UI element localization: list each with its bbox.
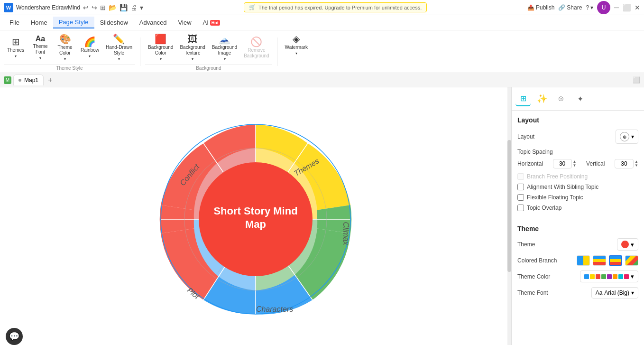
- share-label: Share: [567, 4, 582, 11]
- rainbow-label: Rainbow: [81, 47, 99, 53]
- new-tab-icon[interactable]: ⊞: [100, 4, 106, 11]
- spacing-field-row: Horizontal ▲ ▼ Vertical ▲ ▼: [517, 159, 638, 168]
- bg-image-button[interactable]: 🗻 BackgroundImage ▾: [209, 32, 240, 63]
- theme-circle: [621, 241, 629, 248]
- menu-advanced[interactable]: Advanced: [134, 17, 173, 28]
- theme-section: Theme Theme ▾ Colored Branch: [517, 225, 638, 298]
- branch-option-3[interactable]: [609, 255, 622, 266]
- vertical-value[interactable]: [615, 159, 634, 168]
- add-tab-button[interactable]: +: [46, 75, 55, 85]
- menu-ai[interactable]: AI Hot: [197, 17, 226, 28]
- branch-option-1[interactable]: [577, 255, 590, 266]
- maximize-icon[interactable]: ⬜: [623, 4, 631, 11]
- menu-file[interactable]: File: [4, 17, 25, 28]
- vertical-down[interactable]: ▼: [635, 164, 638, 168]
- canvas[interactable]: Short Story Mind Map Themes Climax Chara…: [0, 87, 511, 345]
- panel-tab-ai[interactable]: ✨: [534, 91, 550, 106]
- horizontal-arrows: ▲ ▼: [573, 160, 577, 168]
- color-dot-1: [584, 274, 589, 279]
- redo-icon[interactable]: ↪: [92, 4, 97, 11]
- alignment-checkbox[interactable]: [517, 184, 524, 190]
- rainbow-chevron: ▾: [89, 54, 91, 58]
- share-button[interactable]: 🔗 Share: [558, 4, 582, 11]
- overlap-label: Topic Overlap: [527, 205, 561, 211]
- trial-banner[interactable]: 🛒 The trial period has expired. Upgrade …: [244, 2, 427, 12]
- tab-map1[interactable]: Map1: [13, 75, 44, 85]
- rainbow-icon: 🌈: [84, 37, 96, 47]
- theme-section-title: Theme: [517, 225, 638, 233]
- panel-tab-face[interactable]: ☺: [553, 91, 569, 106]
- ai-label: AI: [203, 19, 209, 26]
- theme-field-row: Theme ▾: [517, 238, 638, 251]
- flexible-checkbox[interactable]: [517, 194, 524, 201]
- watermark-button[interactable]: ◈ Watermark ▾: [282, 32, 311, 57]
- horizontal-input[interactable]: ▲ ▼: [553, 159, 577, 168]
- print-icon[interactable]: 🖨: [130, 4, 137, 11]
- tab-dot: [18, 79, 21, 82]
- color-dot-3: [596, 274, 600, 279]
- horizontal-down[interactable]: ▼: [573, 164, 577, 168]
- theme-color-label: Theme Color: [517, 273, 550, 280]
- publish-button[interactable]: 📤 Publish: [527, 4, 554, 11]
- hand-drawn-button[interactable]: ✏️ Hand-DrawnStyle ▾: [103, 32, 135, 63]
- app-logo: W: [4, 3, 13, 12]
- branch-option-4[interactable]: [625, 255, 638, 266]
- menu-view[interactable]: View: [173, 17, 197, 28]
- menu-bar: File Home Page Style Slideshow Advanced …: [0, 15, 644, 30]
- chat-icon[interactable]: 💬: [6, 328, 23, 345]
- undo-icon[interactable]: ↩: [83, 4, 89, 11]
- map-icon: M: [4, 76, 11, 84]
- remove-bg-button[interactable]: 🚫 RemoveBackground: [241, 32, 272, 63]
- save-icon[interactable]: 💾: [120, 4, 128, 11]
- themes-button[interactable]: ⊞ Themes ▾: [4, 32, 28, 63]
- panel-body: Layout Layout ⊕ ▾ Topic Spacing Horizont…: [512, 111, 644, 345]
- theme-dropdown[interactable]: ▾: [617, 238, 638, 251]
- bg-color-icon: 🟥: [155, 34, 166, 44]
- color-dot-5: [607, 274, 612, 279]
- horizontal-label: Horizontal: [517, 160, 543, 167]
- theme-color-button[interactable]: 🎨 ThemeColor ▾: [53, 32, 77, 63]
- branch-free-label: Branch Free Positioning: [527, 173, 588, 180]
- theme-font-label: ThemeFont: [33, 44, 47, 55]
- layout-dropdown[interactable]: ⊕ ▾: [616, 130, 638, 144]
- theme-font-chevron: ▾: [631, 289, 634, 296]
- menu-home[interactable]: Home: [25, 17, 53, 28]
- open-icon[interactable]: 📂: [109, 4, 117, 11]
- help-button[interactable]: ? ▾: [586, 4, 593, 11]
- theme-font-icon: Aa: [36, 35, 45, 43]
- bg-texture-icon: 🖼: [188, 34, 197, 44]
- svg-text:Characters: Characters: [256, 305, 293, 313]
- rainbow-button[interactable]: 🌈 Rainbow ▾: [78, 32, 102, 63]
- menu-slideshow[interactable]: Slideshow: [94, 17, 134, 28]
- menu-page-style[interactable]: Page Style: [53, 17, 94, 28]
- theme-font-dropdown[interactable]: Aa Arial (Big) ▾: [591, 287, 638, 298]
- hand-drawn-label: Hand-DrawnStyle: [106, 45, 132, 56]
- minimize-icon[interactable]: ─: [614, 4, 619, 11]
- bg-color-button[interactable]: 🟥 BackgroundColor ▾: [145, 32, 176, 63]
- overlap-checkbox[interactable]: [517, 205, 524, 211]
- layout-dropdown-chevron: ▾: [631, 133, 634, 140]
- user-avatar[interactable]: U: [597, 1, 610, 14]
- branch-option-2[interactable]: [593, 255, 606, 266]
- more-icon[interactable]: ▾: [140, 4, 143, 11]
- layout-field-label: Layout: [517, 133, 534, 140]
- theme-style-group-label: Theme Style: [4, 64, 135, 71]
- branch-free-checkbox[interactable]: [517, 173, 524, 180]
- color-dot-7: [618, 274, 623, 279]
- colored-branch-row: Colored Branch: [517, 255, 638, 266]
- bg-image-chevron: ▾: [224, 57, 226, 61]
- background-group-label: Background: [145, 64, 272, 71]
- bg-texture-button[interactable]: 🖼 BackgroundTexture ▾: [177, 32, 208, 63]
- close-icon[interactable]: ✕: [635, 4, 640, 11]
- maximize-canvas-button[interactable]: ⬜: [633, 76, 640, 84]
- theme-font-label: Theme Font: [517, 289, 548, 296]
- scrollbar-thumb[interactable]: [507, 140, 511, 272]
- panel-tab-star[interactable]: ✦: [572, 91, 588, 106]
- topic-spacing-label: Topic Spacing: [517, 149, 638, 155]
- main-area: Short Story Mind Map Themes Climax Chara…: [0, 87, 644, 345]
- horizontal-value[interactable]: [553, 159, 572, 168]
- vertical-input[interactable]: ▲ ▼: [615, 159, 638, 168]
- panel-tab-layout[interactable]: ⊞: [515, 91, 531, 106]
- theme-color-strip[interactable]: ▾: [580, 270, 638, 282]
- theme-font-button[interactable]: Aa ThemeFont ▾: [28, 32, 52, 63]
